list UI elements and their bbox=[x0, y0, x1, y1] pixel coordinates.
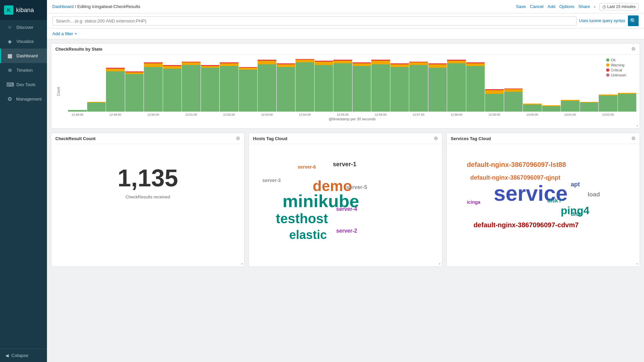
search-submit-button[interactable]: 🔍 bbox=[628, 15, 639, 26]
time-label: Last 15 minutes bbox=[607, 4, 636, 9]
add-button[interactable]: Add bbox=[547, 4, 555, 9]
bar-ok bbox=[144, 67, 163, 112]
bar-group bbox=[485, 58, 504, 112]
lucene-link[interactable]: Uses lucene query syntax bbox=[579, 18, 625, 23]
metric-panel-resize[interactable]: ▼ bbox=[240, 262, 244, 266]
search-input[interactable] bbox=[52, 16, 577, 25]
tag-cloud-item: server-2 bbox=[336, 228, 357, 234]
collapse-button[interactable]: ◀ Collapse bbox=[5, 353, 42, 358]
bar-group bbox=[87, 58, 106, 112]
sidebar-item-label: Management bbox=[16, 97, 42, 102]
sidebar-item-devtools[interactable]: ⌨ Dev Tools bbox=[0, 77, 47, 92]
dashboard-icon: ▦ bbox=[6, 53, 13, 59]
tag-cloud-item: testhost bbox=[276, 211, 328, 226]
bar-warning bbox=[258, 61, 276, 64]
metric-label: CheckResults received bbox=[51, 194, 244, 199]
time-picker[interactable]: ◷ Last 15 minutes bbox=[599, 3, 639, 10]
sidebar-item-timelion[interactable]: ≋ Timelion bbox=[0, 63, 47, 77]
services-panel-title: Services Tag Cloud bbox=[451, 136, 491, 141]
metric-panel-gear[interactable]: ⚙ bbox=[236, 136, 240, 141]
bar-ok bbox=[68, 110, 87, 112]
x-tick-label: 12:53:00 bbox=[258, 113, 276, 116]
metric-panel: CheckResult Count ⚙ 1,135 CheckResults r… bbox=[51, 133, 245, 267]
bar-warning bbox=[315, 62, 333, 65]
legend-ok: Ok bbox=[606, 58, 626, 62]
bar-warning bbox=[504, 89, 523, 92]
hosts-panel: Hosts Tag Cloud ⚙ minikubetesthostelasti… bbox=[249, 133, 442, 267]
x-tick-label: 12:57:00 bbox=[409, 113, 428, 116]
breadcrumb-link[interactable]: Dashboard bbox=[52, 4, 74, 9]
bar-group bbox=[315, 58, 333, 112]
discover-icon: ○ bbox=[6, 24, 13, 30]
bar-group bbox=[466, 58, 485, 112]
bar-group bbox=[561, 58, 580, 112]
tag-cloud-item: default-nginx-3867096097-qjnpt bbox=[470, 174, 560, 181]
bar-group bbox=[333, 58, 352, 112]
add-filter-button[interactable]: Add a filter + bbox=[52, 31, 77, 36]
bar-warning bbox=[333, 61, 352, 63]
kibana-icon: K bbox=[4, 5, 13, 15]
chart-panel-resize[interactable]: ▼ bbox=[636, 124, 639, 128]
bar-ok bbox=[485, 94, 504, 112]
tag-cloud-item: disk / bbox=[547, 198, 561, 204]
legend-unknown: Unknown bbox=[606, 73, 626, 77]
services-panel-gear[interactable]: ⚙ bbox=[631, 136, 636, 141]
chart-panel: CheckResults by State ⚙ Count 12:48:0012… bbox=[51, 43, 640, 129]
hosts-panel-title: Hosts Tag Cloud bbox=[253, 136, 287, 141]
sidebar-item-dashboard[interactable]: ▦ Dashboard bbox=[0, 49, 47, 63]
chart-panel-title: CheckResults by State bbox=[55, 47, 102, 52]
metric-panel-title: CheckResult Count bbox=[55, 136, 96, 141]
save-button[interactable]: Save bbox=[516, 4, 526, 9]
hosts-panel-resize[interactable]: ▼ bbox=[438, 262, 441, 266]
critical-label: Critical bbox=[611, 68, 622, 72]
share-button[interactable]: Share bbox=[578, 4, 590, 9]
bar-group bbox=[125, 58, 144, 112]
ok-label: Ok bbox=[611, 58, 615, 62]
x-tick-label: 12:52:00 bbox=[220, 113, 238, 116]
warning-dot bbox=[606, 63, 609, 67]
sidebar-item-management[interactable]: ⚙ Management bbox=[0, 92, 47, 106]
tag-cloud-item: elastic bbox=[289, 228, 327, 242]
bar-ok bbox=[258, 64, 276, 112]
services-panel-resize[interactable]: ▼ bbox=[636, 262, 639, 266]
bar-group bbox=[182, 58, 201, 112]
management-icon: ⚙ bbox=[6, 96, 13, 102]
bar-group bbox=[239, 58, 258, 112]
x-tick-label bbox=[87, 113, 106, 116]
bar-ok bbox=[390, 67, 409, 112]
chart-panel-gear[interactable]: ⚙ bbox=[631, 46, 636, 52]
tag-cloud-item: server-1 bbox=[333, 161, 356, 168]
bar-ok bbox=[87, 103, 106, 112]
tag-cloud-item: default-nginx-3867096097-cdvm7 bbox=[474, 221, 579, 229]
breadcrumb: Dashboard / Editing Icingabeat-CheckResu… bbox=[52, 4, 140, 9]
x-tick-label bbox=[428, 113, 447, 116]
bar-group bbox=[68, 58, 87, 112]
bar-ok bbox=[315, 65, 333, 112]
sidebar-item-visualize[interactable]: ◈ Visualize bbox=[0, 34, 47, 49]
x-tick-label bbox=[277, 113, 296, 116]
bar-warning bbox=[163, 66, 182, 69]
tag-cloud-item: apt bbox=[571, 181, 580, 188]
filter-bar: Add a filter + bbox=[47, 28, 644, 39]
hosts-panel-gear[interactable]: ⚙ bbox=[434, 136, 438, 141]
bar-ok bbox=[542, 106, 561, 112]
x-tick-label bbox=[163, 113, 182, 116]
tag-cloud-item: server-5 bbox=[346, 184, 367, 190]
bar-ok bbox=[580, 103, 599, 112]
bar-ok bbox=[447, 63, 466, 112]
x-tick-label bbox=[353, 113, 371, 116]
critical-dot bbox=[606, 68, 609, 72]
tag-cloud-item: load bbox=[588, 191, 600, 198]
sidebar-item-discover[interactable]: ○ Discover bbox=[0, 20, 47, 34]
prev-time-button[interactable]: ‹ bbox=[594, 4, 595, 9]
x-tick-label: 12:59:00 bbox=[485, 113, 504, 116]
cancel-button[interactable]: Cancel bbox=[530, 4, 543, 9]
options-button[interactable]: Options bbox=[559, 4, 574, 9]
bar-warning bbox=[371, 61, 390, 64]
sidebar-item-label: Visualize bbox=[16, 39, 34, 44]
bar-group bbox=[428, 58, 447, 112]
bar-group bbox=[144, 58, 163, 112]
sidebar-logo[interactable]: K kibana bbox=[0, 0, 47, 20]
bar-group bbox=[201, 58, 220, 112]
bar-ok bbox=[371, 64, 390, 112]
